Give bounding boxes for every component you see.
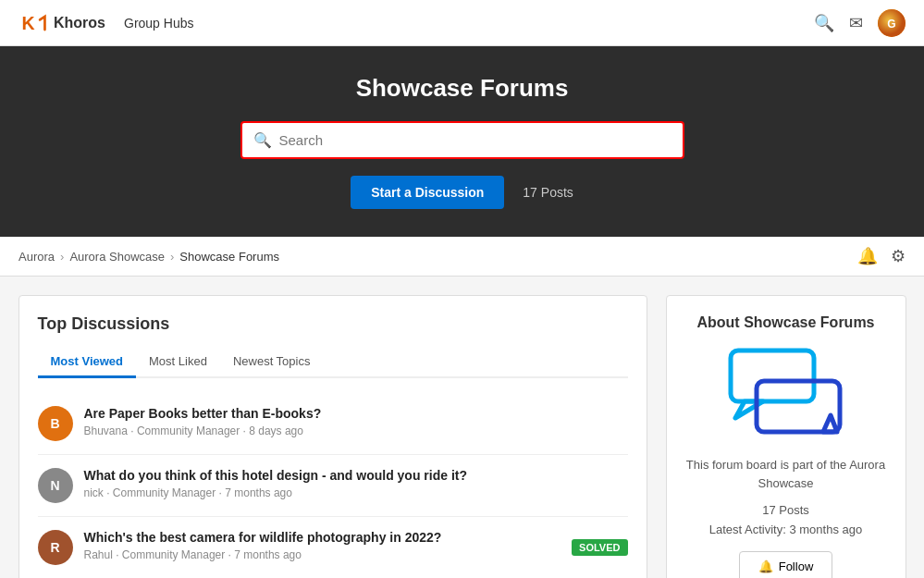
sidebar-description: This forum board is part of the Aurora S…	[685, 456, 887, 492]
breadcrumb-bar: Aurora › Aurora Showcase › Showcase Foru…	[0, 237, 924, 277]
sidebar-posts-count: 17 Posts	[762, 503, 809, 517]
top-nav: K Khoros Group Hubs 🔍 ✉ G	[0, 0, 924, 46]
discussion-title[interactable]: What do you think of this hotel design -…	[84, 468, 628, 483]
svg-text:G: G	[887, 18, 895, 31]
tab-most-liked[interactable]: Most Liked	[136, 347, 220, 378]
breadcrumb-sep-2: ›	[170, 250, 174, 264]
user-avatar-nav[interactable]: G	[878, 9, 906, 37]
hero-actions: Start a Discussion 17 Posts	[351, 176, 573, 209]
svg-text:K: K	[22, 13, 35, 33]
solved-badge: SOLVED	[572, 539, 627, 556]
breadcrumb: Aurora › Aurora Showcase › Showcase Foru…	[18, 250, 279, 264]
search-icon[interactable]: 🔍	[814, 13, 834, 33]
left-column: Top Discussions Most Viewed Most Liked N…	[18, 295, 647, 578]
forum-icon	[721, 346, 851, 441]
khoros-logo-icon: K	[18, 8, 48, 38]
main-content: Top Discussions Most Viewed Most Liked N…	[9, 295, 916, 578]
logo-text: Khoros	[54, 15, 105, 31]
breadcrumb-aurora[interactable]: Aurora	[18, 250, 55, 264]
breadcrumb-sep-1: ›	[60, 250, 64, 264]
follow-label: Follow	[779, 560, 814, 573]
discussion-title[interactable]: Which's the best camera for wildlife pho…	[84, 530, 561, 545]
discussion-meta: Bhuvana · Community Manager · 8 days ago	[84, 424, 628, 437]
tab-most-viewed[interactable]: Most Viewed	[38, 347, 137, 378]
search-input[interactable]	[272, 123, 671, 157]
avatar-svg: G	[878, 9, 906, 37]
discussion-list: B Are Paper Books better than E-books? B…	[38, 393, 628, 578]
logo[interactable]: K Khoros	[18, 8, 105, 38]
avatar: B	[38, 406, 73, 441]
hero-section: Showcase Forums 🔍 Start a Discussion 17 …	[0, 46, 924, 237]
group-hubs-link[interactable]: Group Hubs	[124, 16, 193, 31]
breadcrumb-icons: 🔔 ⚙	[857, 246, 906, 266]
breadcrumb-current: Showcase Forums	[179, 250, 279, 264]
breadcrumb-aurora-showcase[interactable]: Aurora Showcase	[69, 250, 165, 264]
follow-button[interactable]: 🔔 Follow	[739, 551, 833, 578]
avatar: R	[38, 530, 73, 565]
hero-title: Showcase Forums	[356, 74, 569, 103]
avatar: N	[38, 468, 73, 503]
settings-icon[interactable]: ⚙	[891, 246, 906, 266]
discussion-item: N What do you think of this hotel design…	[38, 455, 628, 517]
discussion-tabs: Most Viewed Most Liked Newest Topics	[38, 347, 628, 378]
posts-count-hero: 17 Posts	[523, 185, 573, 200]
forum-svg-icon	[721, 346, 851, 438]
sidebar-title: About Showcase Forums	[696, 314, 874, 331]
nav-right: 🔍 ✉ G	[814, 9, 906, 37]
discussion-item: B Are Paper Books better than E-books? B…	[38, 393, 628, 455]
discussion-body: Are Paper Books better than E-books? Bhu…	[84, 406, 628, 437]
bell-icon[interactable]: 🔔	[857, 246, 878, 266]
sidebar-latest-activity: Latest Activity: 3 months ago	[709, 523, 862, 536]
discussion-meta: nick · Community Manager · 7 months ago	[84, 486, 628, 499]
search-icon-hero: 🔍	[253, 131, 272, 149]
svg-rect-4	[731, 350, 814, 401]
svg-marker-7	[823, 415, 837, 432]
discussion-body: What do you think of this hotel design -…	[84, 468, 628, 499]
discussion-meta: Rahul · Community Manager · 7 months ago	[84, 548, 561, 561]
discussion-body: Which's the best camera for wildlife pho…	[84, 530, 561, 561]
start-discussion-button[interactable]: Start a Discussion	[351, 176, 504, 209]
mail-icon[interactable]: ✉	[849, 13, 863, 33]
section-title: Top Discussions	[38, 314, 628, 334]
nav-left: K Khoros Group Hubs	[18, 8, 193, 38]
tab-newest-topics[interactable]: Newest Topics	[220, 347, 324, 378]
search-box[interactable]: 🔍	[240, 121, 684, 159]
right-sidebar: About Showcase Forums This forum board i…	[666, 295, 906, 578]
bell-follow-icon: 🔔	[758, 560, 773, 573]
discussion-title[interactable]: Are Paper Books better than E-books?	[84, 406, 628, 421]
discussion-item: R Which's the best camera for wildlife p…	[38, 517, 628, 578]
